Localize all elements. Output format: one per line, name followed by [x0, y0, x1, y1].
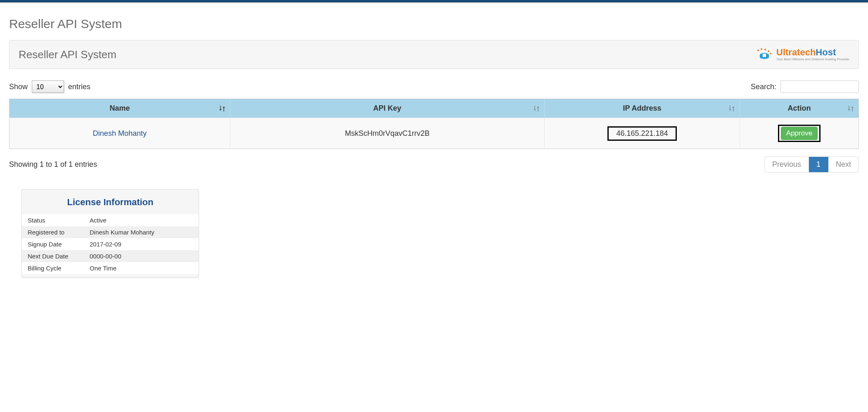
col-api-key[interactable]: API Key [230, 99, 544, 118]
pagination-page-1[interactable]: 1 [809, 157, 828, 172]
search-input[interactable] [780, 81, 859, 93]
table-info: Showing 1 to 1 of 1 entries [9, 160, 97, 169]
panel-title: Reseller API System [19, 48, 116, 61]
license-row: Next Due Date 0000-00-00 [22, 250, 199, 262]
row-ip-address: 46.165.221.184 [607, 126, 676, 141]
license-label: Status [28, 217, 90, 224]
sort-icon [848, 105, 854, 112]
license-card: License Information Status Active Regist… [21, 189, 199, 278]
show-label-pre: Show [9, 83, 28, 91]
search-label: Search: [751, 83, 776, 91]
sort-icon [219, 105, 225, 112]
page-size-select[interactable]: 10 [32, 81, 64, 93]
license-value: One Time [90, 265, 193, 272]
data-table: Name API Key IP Address [9, 99, 859, 149]
license-row: Registered to Dinesh Kumar Mohanty [22, 226, 199, 238]
svg-point-4 [770, 53, 771, 54]
table-controls: Show 10 entries Search: [9, 81, 859, 93]
brand-logo: UltratechHost Your Best Offshore and Ons… [756, 48, 849, 61]
logo-icon [756, 48, 773, 61]
col-action[interactable]: Action [740, 99, 859, 118]
logo-tagline: Your Best Offshore and Onshore Hosting P… [776, 58, 849, 61]
sort-icon [534, 105, 539, 112]
col-name[interactable]: Name [9, 99, 230, 118]
license-row: Billing Cycle One Time [22, 262, 199, 274]
col-api-key-label: API Key [373, 104, 401, 112]
page-title: Reseller API System [9, 17, 859, 31]
pagination-next[interactable]: Next [828, 157, 859, 172]
license-row: Status Active [22, 214, 199, 226]
show-entries: Show 10 entries [9, 81, 90, 93]
pagination: Previous 1 Next [764, 156, 859, 173]
svg-point-1 [761, 48, 762, 50]
license-title: License Information [22, 189, 199, 214]
license-label: Next Due Date [28, 253, 90, 260]
license-value: Active [90, 217, 193, 224]
approve-button[interactable]: Approve [781, 127, 818, 140]
svg-point-2 [764, 49, 766, 50]
svg-rect-5 [763, 54, 766, 57]
svg-point-0 [757, 50, 759, 51]
license-value: Dinesh Kumar Mohanty [90, 229, 193, 236]
col-action-label: Action [788, 104, 811, 112]
license-label: Signup Date [28, 241, 90, 248]
approve-highlight: Approve [778, 125, 821, 142]
svg-point-3 [768, 50, 769, 52]
row-name-link[interactable]: Dinesh Mohanty [93, 129, 147, 137]
col-ip-label: IP Address [623, 104, 661, 112]
logo-text: UltratechHost Your Best Offshore and Ons… [776, 48, 849, 61]
logo-word-2: Host [816, 47, 836, 57]
table-row: Dinesh Mohanty MskScHm0rVqavC1rrv2B 46.1… [9, 118, 859, 149]
col-name-label: Name [109, 104, 130, 112]
sort-icon [729, 105, 735, 112]
table-footer: Showing 1 to 1 of 1 entries Previous 1 N… [9, 156, 859, 173]
panel-header: Reseller API System UltratechHost Your B… [9, 40, 859, 69]
logo-word-1: Ultratech [776, 47, 816, 57]
license-value: 0000-00-00 [90, 253, 193, 260]
col-ip[interactable]: IP Address [544, 99, 740, 118]
license-value: 2017-02-09 [90, 241, 193, 248]
license-body: Status Active Registered to Dinesh Kumar… [22, 214, 199, 274]
main-container: Reseller API System Reseller API System … [0, 2, 868, 284]
row-api-key: MskScHm0rVqavC1rrv2B [230, 118, 544, 149]
pagination-prev[interactable]: Previous [765, 157, 809, 172]
license-label: Billing Cycle [28, 265, 90, 272]
license-label: Registered to [28, 229, 90, 236]
search-box: Search: [751, 81, 859, 93]
show-label-post: entries [68, 83, 90, 91]
license-row: Signup Date 2017-02-09 [22, 238, 199, 250]
